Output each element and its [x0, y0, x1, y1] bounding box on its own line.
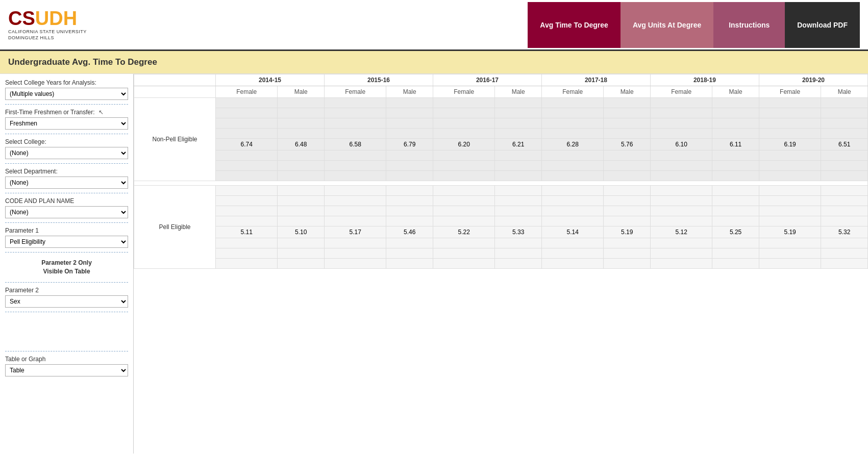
- cell-r0-y0-s0-row2: [216, 118, 278, 129]
- cell-r1-y5-s1-row4: 5.32: [821, 226, 868, 238]
- cell-r1-y3-s1-row2: [604, 206, 651, 216]
- cell-r1-y2-s0-row7: [433, 259, 494, 269]
- cell-r1-y4-s0-row4: 5.12: [650, 226, 712, 238]
- table-row: [134, 248, 868, 259]
- cell-r0-y2-s0-row3: [433, 129, 494, 139]
- cell-r1-y0-s1-row7: [278, 259, 325, 269]
- cell-r0-y5-s0-row5: [759, 150, 821, 161]
- cell-r1-y1-s0-row4: 5.17: [324, 226, 386, 238]
- year-2015-16: 2015-16: [324, 74, 433, 86]
- table-row: [134, 216, 868, 226]
- sex-m-2016: Male: [495, 86, 542, 98]
- sex-m-2018: Male: [712, 86, 759, 98]
- cell-r0-y4-s1-row4: 6.11: [712, 139, 759, 150]
- divider-5: [5, 222, 128, 223]
- table-graph-section: Table or Graph Table: [5, 356, 128, 376]
- cell-r1-y3-s0-row4: 5.14: [541, 226, 603, 238]
- cell-r1-y5-s0-row1: [759, 196, 821, 206]
- cell-r1-y2-s1-row0: [495, 186, 542, 196]
- cell-r0-y2-s1-row2: [495, 118, 542, 129]
- freshman-select[interactable]: Freshmen: [5, 117, 128, 130]
- nav-avg-units[interactable]: Avg Units At Degree: [621, 2, 713, 48]
- cell-r1-y4-s0-row7: [650, 259, 712, 269]
- cell-r1-y2-s1-row7: [495, 259, 542, 269]
- divider-2: [5, 134, 128, 134]
- sex-f-2018: Female: [650, 86, 712, 98]
- cell-r1-y1-s0-row2: [324, 206, 386, 216]
- cell-r0-y0-s1-row2: [278, 118, 325, 129]
- table-row: [134, 161, 868, 171]
- cell-r0-y3-s1-row4: 5.76: [604, 139, 651, 150]
- cell-r0-y3-s1-row6: [604, 161, 651, 171]
- nav-download-pdf[interactable]: Download PDF: [785, 2, 860, 48]
- cell-r1-y3-s0-row0: [541, 186, 603, 196]
- cell-r0-y1-s1-row5: [386, 150, 433, 161]
- cell-r1-y1-s1-row2: [386, 206, 433, 216]
- cell-r0-y2-s1-row1: [495, 108, 542, 118]
- cell-r0-y4-s0-row2: [650, 118, 712, 129]
- cell-r1-y2-s0-row3: [433, 216, 494, 226]
- table-row: [134, 118, 868, 129]
- cell-r1-y0-s0-row2: [216, 206, 278, 216]
- cell-r0-y3-s1-row1: [604, 108, 651, 118]
- cell-r1-y4-s1-row5: [712, 238, 759, 248]
- param2-select[interactable]: Sex: [5, 295, 128, 308]
- code-plan-select[interactable]: (None): [5, 206, 128, 218]
- cell-r0-y4-s1-row0: [712, 98, 759, 108]
- cell-r0-y0-s0-row4: 6.74: [216, 139, 278, 150]
- cell-r0-y4-s0-row7: [650, 171, 712, 181]
- param1-section: Parameter 1 Pell Eligibility: [5, 227, 128, 248]
- cell-r0-y2-s0-row7: [433, 171, 494, 181]
- cell-r0-y2-s0-row0: [433, 98, 494, 108]
- empty-subheader: [134, 86, 216, 98]
- cell-r0-y2-s0-row5: [433, 150, 494, 161]
- department-select[interactable]: (None): [5, 176, 128, 189]
- cell-r0-y0-s0-row7: [216, 171, 278, 181]
- param1-select[interactable]: Pell Eligibility: [5, 236, 128, 248]
- freshman-section: First-Time Freshmen or Transfer: ↖ Fresh…: [5, 109, 128, 130]
- cell-r1-y2-s1-row1: [495, 196, 542, 206]
- cell-r1-y0-s0-row7: [216, 259, 278, 269]
- college-years-select[interactable]: (Multiple values): [5, 88, 128, 100]
- nav-buttons: Avg Time To Degree Avg Units At Degree I…: [528, 2, 860, 48]
- cell-r0-y2-s1-row5: [495, 150, 542, 161]
- cell-r1-y2-s1-row5: [495, 238, 542, 248]
- cell-r1-y5-s0-row5: [759, 238, 821, 248]
- table-row: [134, 129, 868, 139]
- cell-r1-y5-s0-row3: [759, 216, 821, 226]
- cell-r0-y1-s1-row3: [386, 129, 433, 139]
- table-row: [134, 171, 868, 181]
- logo-subtitle: CALIFORNIA STATE UNIVERSITY DOMINGUEZ HI…: [8, 29, 120, 41]
- table-graph-select[interactable]: Table: [5, 364, 128, 376]
- main-layout: Select College Years for Analysis: (Mult…: [0, 74, 868, 453]
- cell-r1-y3-s1-row6: [604, 248, 651, 259]
- cell-r1-y4-s1-row6: [712, 248, 759, 259]
- sidebar: Select College Years for Analysis: (Mult…: [0, 74, 134, 453]
- cell-r1-y5-s0-row7: [759, 259, 821, 269]
- college-label: Select College:: [5, 138, 128, 145]
- cell-r0-y1-s1-row7: [386, 171, 433, 181]
- table-row: 6.746.486.586.796.206.216.285.766.106.11…: [134, 139, 868, 150]
- cell-r1-y2-s0-row6: [433, 248, 494, 259]
- cell-r0-y3-s1-row3: [604, 129, 651, 139]
- cell-r1-y1-s0-row3: [324, 216, 386, 226]
- cell-r1-y5-s1-row3: [821, 216, 868, 226]
- table-row: Pell Eligible: [134, 186, 868, 196]
- cell-r0-y3-s1-row5: [604, 150, 651, 161]
- sex-f-2016: Female: [433, 86, 494, 98]
- cell-r0-y2-s1-row0: [495, 98, 542, 108]
- cell-r1-y0-s0-row4: 5.11: [216, 226, 278, 238]
- nav-instructions[interactable]: Instructions: [713, 2, 785, 48]
- cell-r1-y0-s1-row1: [278, 196, 325, 206]
- cell-r0-y0-s1-row4: 6.48: [278, 139, 325, 150]
- cell-r1-y3-s1-row1: [604, 196, 651, 206]
- divider-6: [5, 252, 128, 253]
- cell-r1-y5-s1-row1: [821, 196, 868, 206]
- nav-avg-time[interactable]: Avg Time To Degree: [528, 2, 621, 48]
- cell-r0-y4-s1-row3: [712, 129, 759, 139]
- code-plan-label: CODE AND PLAN NAME: [5, 197, 128, 205]
- table-row: [134, 196, 868, 206]
- cell-r1-y4-s1-row7: [712, 259, 759, 269]
- cell-r0-y5-s1-row7: [821, 171, 868, 181]
- college-select[interactable]: (None): [5, 147, 128, 159]
